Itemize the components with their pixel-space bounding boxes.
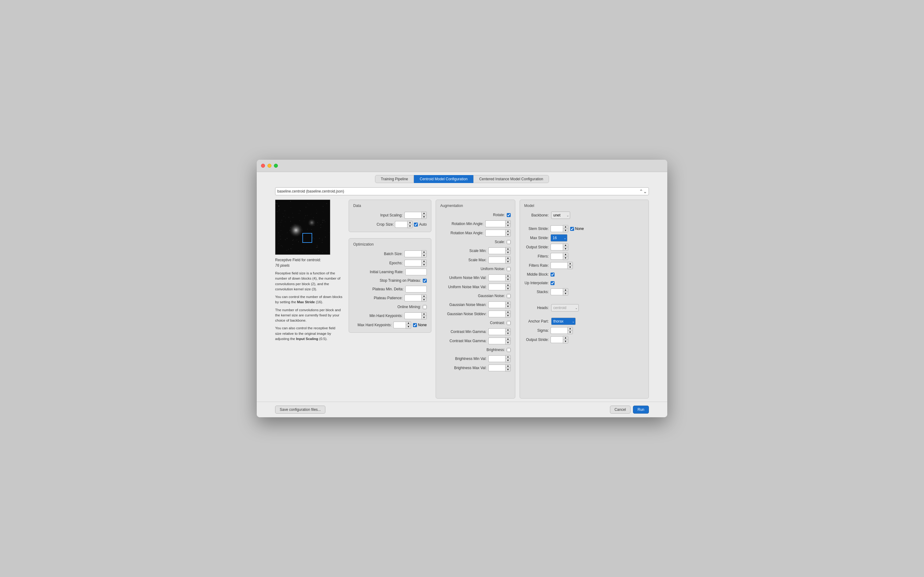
min-hard-kp-down[interactable]: ▼ <box>421 316 426 319</box>
sigma-input[interactable]: 5.00 <box>551 327 567 334</box>
contrast-min-down[interactable]: ▼ <box>506 332 510 335</box>
uniform-noise-max-input[interactable]: 10.00 <box>489 284 505 290</box>
auto-checkbox[interactable] <box>414 222 418 227</box>
stop-training-checkbox[interactable] <box>423 279 427 283</box>
gaussian-noise-stddev-up[interactable]: ▲ <box>506 311 510 314</box>
brightness-checkbox[interactable] <box>507 348 511 352</box>
gaussian-noise-mean-up[interactable]: ▲ <box>506 301 510 305</box>
contrast-max-down[interactable]: ▼ <box>506 341 510 344</box>
epochs-input[interactable]: 200 <box>404 259 421 266</box>
anchor-part-select[interactable]: thorax <box>551 318 576 325</box>
max-hard-kp-input[interactable]: 0 <box>394 322 406 328</box>
contrast-min-input[interactable]: 0.50 <box>489 328 505 335</box>
input-scaling-down[interactable]: ▼ <box>421 215 426 219</box>
filters-rate-input[interactable]: 2.00 <box>551 262 567 269</box>
tab-centroid-model[interactable]: Centroid Model Configuration <box>414 175 473 183</box>
stem-stride-none-checkbox[interactable] <box>570 227 574 231</box>
output-stride2-input[interactable]: 2 <box>551 336 563 343</box>
output-stride-down[interactable]: ▼ <box>563 247 568 250</box>
batch-size-down[interactable]: ▼ <box>421 254 426 257</box>
input-scaling-input[interactable]: 0.50 <box>404 212 421 219</box>
stem-stride-input[interactable]: 0 <box>551 225 563 232</box>
contrast-max-up[interactable]: ▲ <box>506 338 510 341</box>
max-stride-select[interactable]: 16 8 32 <box>551 234 567 242</box>
gaussian-noise-mean-down[interactable]: ▼ <box>506 305 510 308</box>
brightness-max-input[interactable]: 10.00 <box>489 364 505 371</box>
tab-centered-instance[interactable]: Centered Instance Model Configuration <box>473 175 549 183</box>
stem-stride-down[interactable]: ▼ <box>563 229 568 232</box>
crop-size-input[interactable]: 0 <box>395 221 407 228</box>
min-hard-kp-input[interactable]: 2 <box>404 313 421 319</box>
min-hard-kp-up[interactable]: ▲ <box>421 313 426 316</box>
brightness-max-down[interactable]: ▼ <box>506 368 510 371</box>
rotation-max-down[interactable]: ▼ <box>506 233 510 236</box>
uniform-noise-max-up[interactable]: ▲ <box>506 284 510 287</box>
scale-min-input[interactable]: 0.90 <box>489 247 505 254</box>
filters-rate-up[interactable]: ▲ <box>568 262 573 266</box>
brightness-min-down[interactable]: ▼ <box>506 359 510 362</box>
filters-down[interactable]: ▼ <box>563 256 568 259</box>
minimize-button[interactable] <box>267 164 272 168</box>
output-stride-up[interactable]: ▲ <box>563 244 568 247</box>
batch-size-up[interactable]: ▲ <box>421 250 426 254</box>
epochs-up[interactable]: ▲ <box>421 259 426 263</box>
scale-max-input[interactable]: 1.10 <box>489 256 505 263</box>
scale-min-up[interactable]: ▲ <box>506 247 510 251</box>
stacks-down[interactable]: ▼ <box>563 292 568 295</box>
stacks-up[interactable]: ▲ <box>563 288 568 292</box>
rotation-min-up[interactable]: ▲ <box>506 221 510 224</box>
stem-stride-up[interactable]: ▲ <box>563 225 568 229</box>
scale-max-up[interactable]: ▲ <box>506 256 510 260</box>
filters-up[interactable]: ▲ <box>563 253 568 256</box>
uniform-noise-min-up[interactable]: ▲ <box>506 274 510 278</box>
gaussian-noise-stddev-down[interactable]: ▼ <box>506 314 510 318</box>
epochs-down[interactable]: ▼ <box>421 263 426 266</box>
rotation-min-input[interactable]: -180.00 <box>485 221 505 227</box>
batch-size-input[interactable]: 4 <box>404 250 421 257</box>
uniform-noise-checkbox[interactable] <box>507 267 511 271</box>
filters-input[interactable]: 16 <box>551 253 563 259</box>
uniform-noise-max-down[interactable]: ▼ <box>506 287 510 290</box>
scale-min-down[interactable]: ▼ <box>506 251 510 254</box>
profile-select[interactable]: baseline.centroid (baseline.centroid.jso… <box>275 187 649 195</box>
uniform-noise-min-input[interactable]: 0.00 <box>489 274 505 281</box>
brightness-min-up[interactable]: ▲ <box>506 355 510 359</box>
initial-lr-input[interactable]: 0.0001 <box>405 269 427 275</box>
crop-size-down[interactable]: ▼ <box>407 224 412 228</box>
heads-select[interactable]: centroid <box>551 304 579 311</box>
close-button[interactable] <box>261 164 265 168</box>
online-mining-checkbox[interactable] <box>423 305 427 309</box>
max-hard-kp-down[interactable]: ▼ <box>406 325 411 328</box>
save-config-button[interactable]: Save configuration files... <box>275 406 325 414</box>
sigma-up[interactable]: ▲ <box>568 327 573 330</box>
middle-block-checkbox[interactable] <box>551 272 554 277</box>
output-stride2-up[interactable]: ▲ <box>563 336 568 340</box>
max-hard-kp-none-checkbox[interactable] <box>413 323 417 327</box>
plateau-patience-input[interactable]: 10 <box>404 295 421 301</box>
contrast-checkbox[interactable] <box>507 321 511 325</box>
scale-max-down[interactable]: ▼ <box>506 260 510 263</box>
uniform-noise-min-down[interactable]: ▼ <box>506 278 510 281</box>
plateau-patience-up[interactable]: ▲ <box>421 295 426 298</box>
maximize-button[interactable] <box>274 164 278 168</box>
scale-checkbox[interactable] <box>507 240 511 244</box>
gaussian-noise-mean-input[interactable]: 5.00 <box>489 301 505 308</box>
cancel-button[interactable]: Cancel <box>610 406 630 414</box>
up-interpolate-checkbox[interactable] <box>551 281 554 285</box>
max-hard-kp-up[interactable]: ▲ <box>406 322 411 325</box>
filters-rate-down[interactable]: ▼ <box>568 266 573 269</box>
brightness-min-input[interactable]: 0.00 <box>489 355 505 362</box>
contrast-min-up[interactable]: ▲ <box>506 328 510 332</box>
plateau-patience-down[interactable]: ▼ <box>421 298 426 301</box>
gaussian-noise-stddev-input[interactable]: 1.00 <box>489 311 505 318</box>
input-scaling-up[interactable]: ▲ <box>421 212 426 215</box>
stacks-input[interactable]: 1 <box>551 288 563 295</box>
rotation-min-down[interactable]: ▼ <box>506 224 510 227</box>
rotation-max-up[interactable]: ▲ <box>506 230 510 233</box>
plateau-min-delta-input[interactable]: 1e-06 <box>405 286 427 292</box>
backbone-select[interactable]: unet resnet leap <box>551 211 570 219</box>
brightness-max-up[interactable]: ▲ <box>506 364 510 368</box>
crop-size-up[interactable]: ▲ <box>407 221 412 224</box>
sigma-down[interactable]: ▼ <box>568 330 573 334</box>
rotate-checkbox[interactable] <box>507 213 511 217</box>
